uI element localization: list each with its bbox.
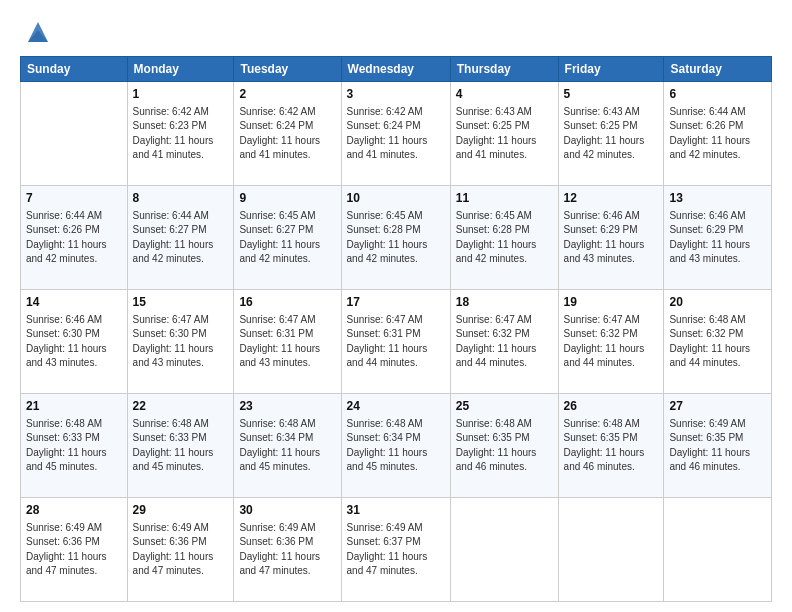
day-number: 23 [239,398,335,415]
day-number: 8 [133,190,229,207]
day-number: 18 [456,294,553,311]
day-info: Sunrise: 6:44 AM Sunset: 6:26 PM Dayligh… [26,209,122,267]
logo [20,18,52,46]
day-number: 24 [347,398,445,415]
calendar-cell: 3Sunrise: 6:42 AM Sunset: 6:24 PM Daylig… [341,82,450,186]
calendar-cell: 10Sunrise: 6:45 AM Sunset: 6:28 PM Dayli… [341,186,450,290]
calendar-header-row: SundayMondayTuesdayWednesdayThursdayFrid… [21,57,772,82]
calendar-cell: 7Sunrise: 6:44 AM Sunset: 6:26 PM Daylig… [21,186,128,290]
day-info: Sunrise: 6:45 AM Sunset: 6:28 PM Dayligh… [456,209,553,267]
day-number: 25 [456,398,553,415]
day-info: Sunrise: 6:49 AM Sunset: 6:36 PM Dayligh… [239,521,335,579]
day-number: 22 [133,398,229,415]
calendar-cell: 30Sunrise: 6:49 AM Sunset: 6:36 PM Dayli… [234,498,341,602]
calendar-day-header: Friday [558,57,664,82]
calendar-cell: 11Sunrise: 6:45 AM Sunset: 6:28 PM Dayli… [450,186,558,290]
calendar-cell: 31Sunrise: 6:49 AM Sunset: 6:37 PM Dayli… [341,498,450,602]
day-info: Sunrise: 6:48 AM Sunset: 6:33 PM Dayligh… [133,417,229,475]
day-number: 21 [26,398,122,415]
calendar-cell: 9Sunrise: 6:45 AM Sunset: 6:27 PM Daylig… [234,186,341,290]
day-info: Sunrise: 6:45 AM Sunset: 6:28 PM Dayligh… [347,209,445,267]
day-info: Sunrise: 6:49 AM Sunset: 6:37 PM Dayligh… [347,521,445,579]
day-info: Sunrise: 6:49 AM Sunset: 6:36 PM Dayligh… [133,521,229,579]
calendar-week-row: 28Sunrise: 6:49 AM Sunset: 6:36 PM Dayli… [21,498,772,602]
day-number: 4 [456,86,553,103]
day-number: 3 [347,86,445,103]
day-info: Sunrise: 6:49 AM Sunset: 6:36 PM Dayligh… [26,521,122,579]
day-info: Sunrise: 6:48 AM Sunset: 6:33 PM Dayligh… [26,417,122,475]
calendar-cell [558,498,664,602]
day-info: Sunrise: 6:42 AM Sunset: 6:24 PM Dayligh… [347,105,445,163]
calendar-cell: 26Sunrise: 6:48 AM Sunset: 6:35 PM Dayli… [558,394,664,498]
calendar-cell: 6Sunrise: 6:44 AM Sunset: 6:26 PM Daylig… [664,82,772,186]
day-number: 1 [133,86,229,103]
day-info: Sunrise: 6:43 AM Sunset: 6:25 PM Dayligh… [564,105,659,163]
calendar-week-row: 14Sunrise: 6:46 AM Sunset: 6:30 PM Dayli… [21,290,772,394]
day-number: 30 [239,502,335,519]
calendar-cell: 4Sunrise: 6:43 AM Sunset: 6:25 PM Daylig… [450,82,558,186]
calendar-cell: 17Sunrise: 6:47 AM Sunset: 6:31 PM Dayli… [341,290,450,394]
day-info: Sunrise: 6:47 AM Sunset: 6:31 PM Dayligh… [347,313,445,371]
day-info: Sunrise: 6:44 AM Sunset: 6:26 PM Dayligh… [669,105,766,163]
calendar-cell [450,498,558,602]
calendar-table: SundayMondayTuesdayWednesdayThursdayFrid… [20,56,772,602]
calendar-cell: 25Sunrise: 6:48 AM Sunset: 6:35 PM Dayli… [450,394,558,498]
calendar-cell: 28Sunrise: 6:49 AM Sunset: 6:36 PM Dayli… [21,498,128,602]
calendar-cell: 15Sunrise: 6:47 AM Sunset: 6:30 PM Dayli… [127,290,234,394]
day-info: Sunrise: 6:47 AM Sunset: 6:32 PM Dayligh… [564,313,659,371]
calendar-week-row: 1Sunrise: 6:42 AM Sunset: 6:23 PM Daylig… [21,82,772,186]
calendar-cell: 22Sunrise: 6:48 AM Sunset: 6:33 PM Dayli… [127,394,234,498]
day-info: Sunrise: 6:47 AM Sunset: 6:30 PM Dayligh… [133,313,229,371]
day-info: Sunrise: 6:46 AM Sunset: 6:29 PM Dayligh… [669,209,766,267]
calendar-cell: 21Sunrise: 6:48 AM Sunset: 6:33 PM Dayli… [21,394,128,498]
day-info: Sunrise: 6:48 AM Sunset: 6:35 PM Dayligh… [564,417,659,475]
day-number: 27 [669,398,766,415]
day-number: 6 [669,86,766,103]
calendar-day-header: Monday [127,57,234,82]
calendar-cell: 16Sunrise: 6:47 AM Sunset: 6:31 PM Dayli… [234,290,341,394]
calendar-cell: 13Sunrise: 6:46 AM Sunset: 6:29 PM Dayli… [664,186,772,290]
calendar-cell: 27Sunrise: 6:49 AM Sunset: 6:35 PM Dayli… [664,394,772,498]
calendar-cell: 23Sunrise: 6:48 AM Sunset: 6:34 PM Dayli… [234,394,341,498]
calendar-cell: 8Sunrise: 6:44 AM Sunset: 6:27 PM Daylig… [127,186,234,290]
day-info: Sunrise: 6:47 AM Sunset: 6:31 PM Dayligh… [239,313,335,371]
calendar-cell: 2Sunrise: 6:42 AM Sunset: 6:24 PM Daylig… [234,82,341,186]
day-number: 5 [564,86,659,103]
day-number: 17 [347,294,445,311]
day-number: 12 [564,190,659,207]
day-info: Sunrise: 6:47 AM Sunset: 6:32 PM Dayligh… [456,313,553,371]
day-info: Sunrise: 6:48 AM Sunset: 6:34 PM Dayligh… [239,417,335,475]
calendar-day-header: Tuesday [234,57,341,82]
calendar-cell: 14Sunrise: 6:46 AM Sunset: 6:30 PM Dayli… [21,290,128,394]
calendar-cell: 1Sunrise: 6:42 AM Sunset: 6:23 PM Daylig… [127,82,234,186]
calendar-cell: 19Sunrise: 6:47 AM Sunset: 6:32 PM Dayli… [558,290,664,394]
calendar-cell [664,498,772,602]
calendar-day-header: Saturday [664,57,772,82]
day-number: 13 [669,190,766,207]
day-info: Sunrise: 6:48 AM Sunset: 6:34 PM Dayligh… [347,417,445,475]
day-info: Sunrise: 6:46 AM Sunset: 6:30 PM Dayligh… [26,313,122,371]
calendar-cell [21,82,128,186]
day-info: Sunrise: 6:42 AM Sunset: 6:24 PM Dayligh… [239,105,335,163]
calendar-week-row: 7Sunrise: 6:44 AM Sunset: 6:26 PM Daylig… [21,186,772,290]
day-number: 19 [564,294,659,311]
calendar-cell: 29Sunrise: 6:49 AM Sunset: 6:36 PM Dayli… [127,498,234,602]
day-info: Sunrise: 6:45 AM Sunset: 6:27 PM Dayligh… [239,209,335,267]
calendar-cell: 18Sunrise: 6:47 AM Sunset: 6:32 PM Dayli… [450,290,558,394]
day-info: Sunrise: 6:46 AM Sunset: 6:29 PM Dayligh… [564,209,659,267]
day-number: 29 [133,502,229,519]
calendar-day-header: Sunday [21,57,128,82]
day-number: 20 [669,294,766,311]
day-number: 31 [347,502,445,519]
day-number: 15 [133,294,229,311]
calendar-cell: 5Sunrise: 6:43 AM Sunset: 6:25 PM Daylig… [558,82,664,186]
day-info: Sunrise: 6:43 AM Sunset: 6:25 PM Dayligh… [456,105,553,163]
day-number: 26 [564,398,659,415]
day-number: 10 [347,190,445,207]
day-info: Sunrise: 6:49 AM Sunset: 6:35 PM Dayligh… [669,417,766,475]
calendar-cell: 12Sunrise: 6:46 AM Sunset: 6:29 PM Dayli… [558,186,664,290]
day-number: 14 [26,294,122,311]
calendar-day-header: Wednesday [341,57,450,82]
day-number: 28 [26,502,122,519]
page: SundayMondayTuesdayWednesdayThursdayFrid… [0,0,792,612]
